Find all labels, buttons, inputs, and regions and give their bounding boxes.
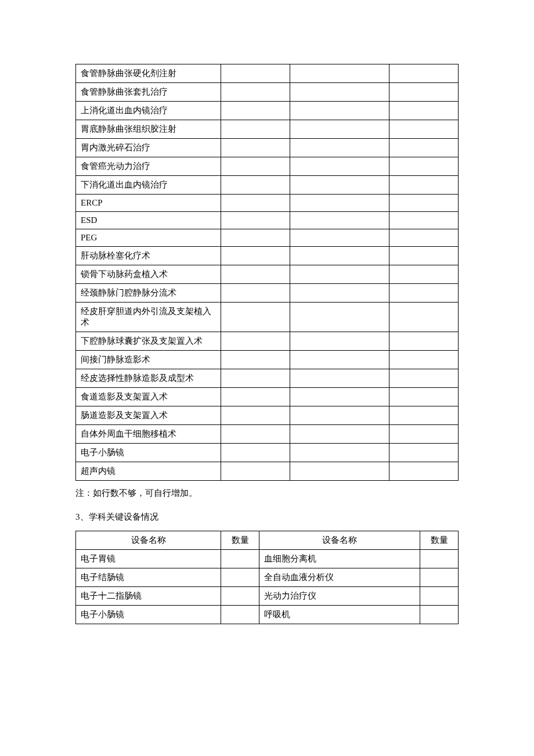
procedure-name-cell: 锁骨下动脉药盒植入术	[76, 265, 221, 284]
procedure-col3-cell	[290, 406, 389, 425]
procedure-name-cell: 食道造影及支架置入术	[76, 388, 221, 406]
equipment-table: 设备名称 数量 设备名称 数量 电子胃镜血细胞分离机电子结肠镜全自动血液分析仪电…	[75, 531, 459, 624]
procedure-col4-cell	[389, 425, 459, 444]
table-row: 食管癌光动力治疗	[76, 157, 459, 176]
procedure-col2-cell	[221, 351, 290, 369]
procedure-col4-cell	[389, 332, 459, 351]
procedure-col2-cell	[221, 212, 290, 229]
procedure-col3-cell	[290, 369, 389, 388]
table-row: 间接门静脉造影术	[76, 351, 459, 369]
procedure-col3-cell	[290, 388, 389, 406]
procedure-name-cell: 肠道造影及支架置入术	[76, 406, 221, 425]
equipment-name-cell: 电子结肠镜	[76, 568, 221, 587]
procedure-name-cell: 食管癌光动力治疗	[76, 157, 221, 176]
procedure-col4-cell	[389, 157, 459, 176]
procedure-col3-cell	[290, 265, 389, 284]
procedure-col2-cell	[221, 102, 290, 120]
procedure-name-cell: 电子小肠镜	[76, 444, 221, 462]
procedure-col2-cell	[221, 195, 290, 212]
procedure-name-cell: 食管静脉曲张硬化剂注射	[76, 64, 221, 83]
table-row: ERCP	[76, 195, 459, 212]
procedure-col4-cell	[389, 369, 459, 388]
procedure-col2-cell	[221, 303, 290, 332]
procedure-name-cell: PEG	[76, 229, 221, 247]
table-row: 下消化道出血内镜治疗	[76, 176, 459, 195]
procedure-col2-cell	[221, 406, 290, 425]
procedure-col4-cell	[389, 462, 459, 481]
procedure-name-cell: 食管静脉曲张套扎治疗	[76, 83, 221, 102]
procedure-col2-cell	[221, 332, 290, 351]
procedure-col3-cell	[290, 120, 389, 139]
equipment-name-cell: 全自动血液分析仪	[259, 568, 420, 587]
procedure-col3-cell	[290, 64, 389, 83]
table-row: 电子十二指肠镜光动力治疗仪	[76, 587, 459, 606]
procedure-col3-cell	[290, 212, 389, 229]
table-row: PEG	[76, 229, 459, 247]
procedure-col4-cell	[389, 139, 459, 157]
procedure-col2-cell	[221, 425, 290, 444]
table-row: 经皮肝穿胆道内外引流及支架植入术	[76, 303, 459, 332]
equipment-name-cell: 光动力治疗仪	[259, 587, 420, 606]
procedure-col2-cell	[221, 265, 290, 284]
procedure-col4-cell	[389, 247, 459, 265]
procedure-col3-cell	[290, 157, 389, 176]
procedure-col3-cell	[290, 229, 389, 247]
procedure-col3-cell	[290, 444, 389, 462]
table-note: 注：如行数不够，可自行增加。	[75, 485, 459, 501]
table-row: 胃底静脉曲张组织胶注射	[76, 120, 459, 139]
procedure-col4-cell	[389, 406, 459, 425]
procedure-col2-cell	[221, 83, 290, 102]
procedure-col3-cell	[290, 303, 389, 332]
procedure-name-cell: 下腔静脉球囊扩张及支架置入术	[76, 332, 221, 351]
table-row: ESD	[76, 212, 459, 229]
table-row: 锁骨下动脉药盒植入术	[76, 265, 459, 284]
procedure-name-cell: 胃底静脉曲张组织胶注射	[76, 120, 221, 139]
procedure-col2-cell	[221, 229, 290, 247]
equipment-header-name-2: 设备名称	[259, 531, 420, 550]
procedure-col4-cell	[389, 102, 459, 120]
procedure-col4-cell	[389, 176, 459, 195]
table-row: 肝动脉栓塞化疗术	[76, 247, 459, 265]
procedure-col2-cell	[221, 369, 290, 388]
equipment-name-cell: 血细胞分离机	[259, 550, 420, 568]
equipment-qty-cell	[221, 587, 259, 606]
equipment-qty-cell	[221, 550, 259, 568]
procedure-col4-cell	[389, 120, 459, 139]
procedure-col4-cell	[389, 265, 459, 284]
procedure-col4-cell	[389, 351, 459, 369]
procedure-name-cell: 胃内激光碎石治疗	[76, 139, 221, 157]
procedure-col3-cell	[290, 332, 389, 351]
section-3-title: 3、学科关键设备情况	[75, 509, 459, 525]
procedure-col4-cell	[389, 195, 459, 212]
procedure-col4-cell	[389, 83, 459, 102]
procedure-col2-cell	[221, 139, 290, 157]
procedure-col2-cell	[221, 388, 290, 406]
procedure-name-cell: 自体外周血干细胞移植术	[76, 425, 221, 444]
table-row: 电子小肠镜	[76, 444, 459, 462]
table-row: 超声内镜	[76, 462, 459, 481]
procedure-col2-cell	[221, 64, 290, 83]
procedure-col3-cell	[290, 425, 389, 444]
table-row: 经颈静脉门腔静脉分流术	[76, 284, 459, 303]
procedure-col2-cell	[221, 176, 290, 195]
procedure-name-cell: ESD	[76, 212, 221, 229]
procedure-col2-cell	[221, 284, 290, 303]
procedure-col2-cell	[221, 247, 290, 265]
table-row: 自体外周血干细胞移植术	[76, 425, 459, 444]
table-row: 食管静脉曲张硬化剂注射	[76, 64, 459, 83]
procedure-name-cell: 下消化道出血内镜治疗	[76, 176, 221, 195]
equipment-name-cell: 呼吸机	[259, 606, 420, 624]
table-row: 电子小肠镜呼吸机	[76, 606, 459, 624]
procedure-col3-cell	[290, 195, 389, 212]
procedures-table: 食管静脉曲张硬化剂注射食管静脉曲张套扎治疗上消化道出血内镜治疗胃底静脉曲张组织胶…	[75, 64, 459, 481]
equipment-qty-cell	[420, 587, 459, 606]
procedure-col3-cell	[290, 139, 389, 157]
table-row: 食管静脉曲张套扎治疗	[76, 83, 459, 102]
table-row: 下腔静脉球囊扩张及支架置入术	[76, 332, 459, 351]
table-row: 胃内激光碎石治疗	[76, 139, 459, 157]
procedure-name-cell: 肝动脉栓塞化疗术	[76, 247, 221, 265]
table-row: 经皮选择性静脉造影及成型术	[76, 369, 459, 388]
equipment-header-row: 设备名称 数量 设备名称 数量	[76, 531, 459, 550]
procedure-name-cell: 超声内镜	[76, 462, 221, 481]
procedure-col4-cell	[389, 212, 459, 229]
